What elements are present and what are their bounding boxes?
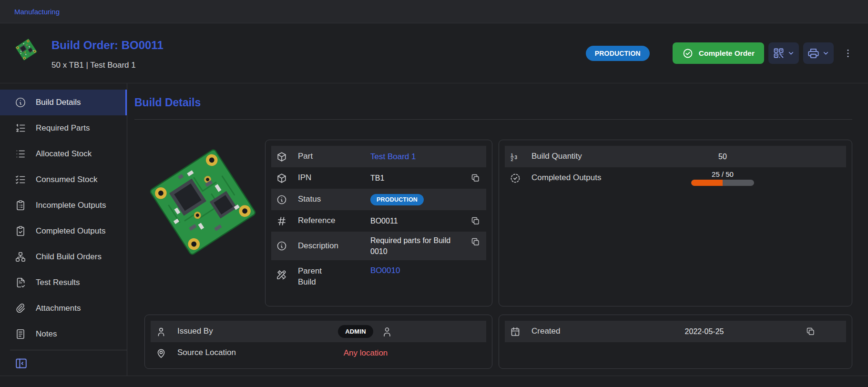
svg-text:2: 2 xyxy=(511,157,513,162)
copy-icon xyxy=(470,237,480,247)
sidebar-item-consumed-stock[interactable]: Consumed Stock xyxy=(0,167,127,193)
map-pin-icon xyxy=(155,347,167,359)
detail-row-parent-build: Parent BuildBO0010 xyxy=(271,260,486,303)
page-title: Build Order: BO0011 xyxy=(51,39,163,52)
detail-row-build-quantity: 123Build Quantity50 xyxy=(505,146,846,167)
sidebar-item-label: Incomplete Outputs xyxy=(36,201,106,210)
sidebar-item-label: Attachments xyxy=(36,304,81,313)
part-link[interactable]: Test Board 1 xyxy=(370,152,416,162)
hash-icon xyxy=(276,215,287,227)
breadcrumb-link[interactable]: Manufacturing xyxy=(14,8,60,16)
completed-outputs-progress: 25 / 50 xyxy=(691,170,754,186)
created-value: 2022-05-25 xyxy=(685,327,724,336)
sidebar-item-required-parts[interactable]: Required Parts xyxy=(0,115,127,141)
copy-button[interactable] xyxy=(470,236,481,248)
section-heading: Build Details xyxy=(134,96,852,109)
calendar-icon: 1 xyxy=(510,326,521,337)
sidebar-item-completed-outputs[interactable]: Completed Outputs xyxy=(0,218,127,244)
chevron-down-icon xyxy=(787,49,795,57)
list-icon xyxy=(14,148,27,160)
status-pill: PRODUCTION xyxy=(370,194,424,205)
field-label: Status xyxy=(298,194,370,205)
sidebar-item-label: Notes xyxy=(36,329,57,339)
sidebar-item-test-results[interactable]: Test Results xyxy=(0,270,127,295)
barcode-actions-button[interactable] xyxy=(768,42,799,64)
field-label: IPN xyxy=(298,173,370,183)
collapse-sidebar-button[interactable] xyxy=(14,356,29,370)
detail-row-completed-outputs: Completed Outputs25 / 50 xyxy=(505,167,846,189)
field-label: Part xyxy=(298,151,370,162)
sitemap-icon xyxy=(14,251,27,263)
user-icon xyxy=(155,326,167,337)
sidebar-item-label: Test Results xyxy=(36,278,80,287)
description-value: Required parts for Build 0010 xyxy=(370,232,470,260)
sidebar-item-notes[interactable]: Notes xyxy=(0,321,127,347)
svg-text:1: 1 xyxy=(511,152,513,157)
sidebar-divider xyxy=(10,350,127,350)
detail-row-ipn: IPNTB1 xyxy=(271,167,486,189)
info-circle-icon xyxy=(276,240,287,252)
sidebar-item-build-details[interactable]: Build Details xyxy=(0,90,127,115)
page-header: Build Order: BO0011 50 x TB1 | Test Boar… xyxy=(0,23,868,83)
build-quantity-card: 123Build Quantity50Completed Outputs25 /… xyxy=(499,140,852,306)
detail-row-status: StatusPRODUCTION xyxy=(271,189,486,210)
main-content: Build Details PartTest Board 1IPNTB1Stat… xyxy=(127,83,868,376)
sidebar-item-label: Allocated Stock xyxy=(36,149,92,159)
issued-by-card: Issued ByADMINSource LocationAny locatio… xyxy=(144,315,492,369)
sidebar-item-incomplete-outputs[interactable]: Incomplete Outputs xyxy=(0,193,127,218)
parent-build-link[interactable]: BO0010 xyxy=(370,266,400,275)
field-label: Reference xyxy=(298,215,370,226)
copy-button[interactable] xyxy=(470,172,481,184)
sidebar-item-label: Completed Outputs xyxy=(36,226,105,236)
printer-icon xyxy=(807,47,820,60)
detail-row-source-location: Source LocationAny location xyxy=(151,342,486,364)
qrcode-icon xyxy=(772,47,785,60)
issued-by-badge: ADMIN xyxy=(338,325,373,338)
sidebar-item-child-build-orders[interactable]: Child Build Orders xyxy=(0,244,127,270)
pcb-image xyxy=(144,141,261,264)
complete-order-button[interactable]: Complete Order xyxy=(673,42,764,64)
copy-button[interactable] xyxy=(470,215,481,227)
sidebar-item-label: Consumed Stock xyxy=(36,175,97,184)
numbers-123-icon: 123 xyxy=(510,151,521,163)
svg-text:1: 1 xyxy=(514,331,516,336)
chevron-down-icon xyxy=(822,49,830,57)
circle-check-icon xyxy=(682,48,694,59)
source-location-value: Any location xyxy=(344,348,388,358)
sidebar-item-attachments[interactable]: Attachments xyxy=(0,295,127,321)
part-thumbnail[interactable] xyxy=(14,38,38,61)
more-actions-button[interactable] xyxy=(840,46,856,61)
reference-value: BO0011 xyxy=(370,217,398,225)
detail-row-description: DescriptionRequired parts for Build 0010 xyxy=(271,232,486,260)
sidebar-item-allocated-stock[interactable]: Allocated Stock xyxy=(0,141,127,167)
pcb-thumbnail-image xyxy=(14,38,38,61)
progress-check-icon xyxy=(510,173,521,184)
box-icon xyxy=(276,173,287,184)
tools-icon xyxy=(276,269,287,280)
detail-row-created: 1Created2022-05-25 xyxy=(505,321,846,342)
clipboard-check-icon xyxy=(14,225,27,237)
field-label: Source Location xyxy=(177,347,250,358)
breadcrumb: Manufacturing xyxy=(0,0,868,23)
svg-text:3: 3 xyxy=(515,154,518,160)
detail-row-part: PartTest Board 1 xyxy=(271,146,486,167)
field-label: Parent Build xyxy=(298,266,370,288)
copy-icon xyxy=(806,326,816,336)
field-label: Issued By xyxy=(177,326,250,337)
print-actions-button[interactable] xyxy=(803,42,834,64)
build-quantity-value: 50 xyxy=(718,153,727,161)
part-image[interactable] xyxy=(144,140,261,265)
sidebar-item-label: Build Details xyxy=(36,98,81,107)
copy-button[interactable] xyxy=(805,326,817,337)
list-numbers-icon xyxy=(14,122,27,134)
heading-divider xyxy=(134,119,852,120)
sidebar-item-label: Required Parts xyxy=(36,123,90,133)
copy-icon xyxy=(470,216,480,226)
user-icon xyxy=(381,326,393,338)
build-details-card: PartTest Board 1IPNTB1StatusPRODUCTIONRe… xyxy=(265,140,492,306)
sidebar-nav: Build DetailsRequired PartsAllocated Sto… xyxy=(0,83,127,376)
paperclip-icon xyxy=(14,302,27,315)
progress-label: 25 / 50 xyxy=(712,170,734,178)
created-card: 1Created2022-05-25 xyxy=(499,315,852,369)
field-label: Description xyxy=(298,241,370,252)
